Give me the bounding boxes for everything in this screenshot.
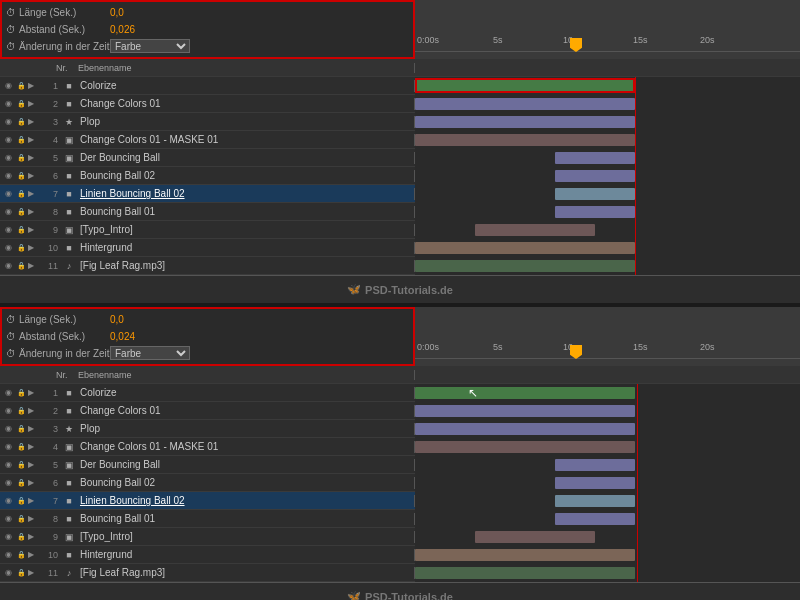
lock-icon[interactable]: 🔒: [15, 425, 27, 433]
red-line: [637, 564, 638, 582]
expand-icon[interactable]: ▶: [28, 496, 38, 505]
eye-icon[interactable]: ◉: [2, 135, 14, 144]
expand-icon[interactable]: ▶: [28, 568, 38, 577]
layer-row[interactable]: ◉🔒▶2■Change Colors 01: [0, 402, 800, 420]
lock-icon[interactable]: 🔒: [15, 136, 27, 144]
expand-icon[interactable]: ▶: [28, 261, 38, 270]
expand-icon[interactable]: ▶: [28, 189, 38, 198]
eye-icon[interactable]: ◉: [2, 117, 14, 126]
eye-icon[interactable]: ◉: [2, 442, 14, 451]
lock-icon[interactable]: 🔒: [15, 226, 27, 234]
layer-row[interactable]: ◉🔒▶6■Bouncing Ball 02: [0, 474, 800, 492]
expand-icon[interactable]: ▶: [28, 117, 38, 126]
expand-icon[interactable]: ▶: [28, 478, 38, 487]
expand-icon[interactable]: ▶: [28, 388, 38, 397]
layer-row[interactable]: ◉🔒▶4▣Change Colors 01 - MASKE 01: [0, 438, 800, 456]
eye-icon[interactable]: ◉: [2, 550, 14, 559]
lock-icon[interactable]: 🔒: [15, 479, 27, 487]
eye-icon[interactable]: ◉: [2, 189, 14, 198]
eye-icon[interactable]: ◉: [2, 460, 14, 469]
lock-icon[interactable]: 🔒: [15, 389, 27, 397]
layer-row[interactable]: ◉🔒▶7■Linien Bouncing Ball 02: [0, 492, 800, 510]
eye-icon[interactable]: ◉: [2, 406, 14, 415]
layer-row[interactable]: ◉🔒▶7■Linien Bouncing Ball 02: [0, 185, 800, 203]
lock-icon[interactable]: 🔒: [15, 497, 27, 505]
playhead-1[interactable]: [570, 38, 582, 52]
expand-icon[interactable]: ▶: [28, 81, 38, 90]
expand-icon[interactable]: ▶: [28, 225, 38, 234]
expand-icon[interactable]: ▶: [28, 442, 38, 451]
expand-icon[interactable]: ▶: [28, 424, 38, 433]
lock-icon[interactable]: 🔒: [15, 443, 27, 451]
lock-icon[interactable]: 🔒: [15, 533, 27, 541]
layer-row[interactable]: ◉🔒▶9▣[Typo_Intro]: [0, 528, 800, 546]
expand-icon[interactable]: ▶: [28, 207, 38, 216]
expand-icon[interactable]: ▶: [28, 514, 38, 523]
lock-icon[interactable]: 🔒: [15, 262, 27, 270]
layer-row[interactable]: ◉🔒▶10■Hintergrund: [0, 546, 800, 564]
farbe-select-1[interactable]: Farbe: [110, 39, 190, 53]
layer-row[interactable]: ◉🔒▶2■Change Colors 01: [0, 95, 800, 113]
expand-icon[interactable]: ▶: [28, 532, 38, 541]
eye-icon[interactable]: ◉: [2, 207, 14, 216]
layer-row[interactable]: ◉🔒▶3★Plop: [0, 113, 800, 131]
playhead-2[interactable]: [570, 345, 582, 359]
layer-row[interactable]: ◉🔒▶3★Plop: [0, 420, 800, 438]
layer-row[interactable]: ◉🔒▶1■Colorize: [0, 77, 800, 95]
lock-icon[interactable]: 🔒: [15, 551, 27, 559]
lock-icon[interactable]: 🔒: [15, 118, 27, 126]
expand-icon[interactable]: ▶: [28, 99, 38, 108]
layer-row[interactable]: ◉🔒▶8■Bouncing Ball 01: [0, 203, 800, 221]
lock-icon[interactable]: 🔒: [15, 244, 27, 252]
layer-row[interactable]: ◉🔒▶4▣Change Colors 01 - MASKE 01: [0, 131, 800, 149]
eye-icon[interactable]: ◉: [2, 99, 14, 108]
eye-icon[interactable]: ◉: [2, 424, 14, 433]
layer-row[interactable]: ◉🔒▶5▣Der Bouncing Ball: [0, 456, 800, 474]
layer-row[interactable]: ◉🔒▶11♪[Fig Leaf Rag.mp3]: [0, 564, 800, 582]
layer-row[interactable]: ◉🔒▶1■Colorize↖: [0, 384, 800, 402]
lock-icon[interactable]: 🔒: [15, 515, 27, 523]
expand-icon[interactable]: ▶: [28, 171, 38, 180]
layer-row[interactable]: ◉🔒▶8■Bouncing Ball 01: [0, 510, 800, 528]
eye-icon[interactable]: ◉: [2, 532, 14, 541]
lock-icon[interactable]: 🔒: [15, 100, 27, 108]
layer-row[interactable]: ◉🔒▶9▣[Typo_Intro]: [0, 221, 800, 239]
eye-icon[interactable]: ◉: [2, 496, 14, 505]
lock-icon[interactable]: 🔒: [15, 569, 27, 577]
layer-type-icon: ■: [62, 387, 76, 399]
lock-icon[interactable]: 🔒: [15, 82, 27, 90]
farbe-select-2[interactable]: Farbe: [110, 346, 190, 360]
eye-icon[interactable]: ◉: [2, 243, 14, 252]
layer-number: 9: [40, 532, 58, 542]
eye-icon[interactable]: ◉: [2, 81, 14, 90]
eye-icon[interactable]: ◉: [2, 225, 14, 234]
lock-icon[interactable]: 🔒: [15, 154, 27, 162]
layer-number: 2: [40, 99, 58, 109]
expand-icon[interactable]: ▶: [28, 406, 38, 415]
eye-icon[interactable]: ◉: [2, 388, 14, 397]
expand-icon[interactable]: ▶: [28, 153, 38, 162]
lock-icon[interactable]: 🔒: [15, 208, 27, 216]
expand-icon[interactable]: ▶: [28, 243, 38, 252]
eye-icon[interactable]: ◉: [2, 478, 14, 487]
layer-name: Hintergrund: [80, 242, 132, 253]
layer-row[interactable]: ◉🔒▶6■Bouncing Ball 02: [0, 167, 800, 185]
expand-icon[interactable]: ▶: [28, 135, 38, 144]
expand-icon[interactable]: ▶: [28, 460, 38, 469]
lock-icon[interactable]: 🔒: [15, 407, 27, 415]
eye-icon[interactable]: ◉: [2, 514, 14, 523]
lock-icon[interactable]: 🔒: [15, 172, 27, 180]
eye-icon[interactable]: ◉: [2, 153, 14, 162]
lock-icon[interactable]: 🔒: [15, 190, 27, 198]
eye-icon[interactable]: ◉: [2, 568, 14, 577]
layer-row[interactable]: ◉🔒▶5▣Der Bouncing Ball: [0, 149, 800, 167]
expand-icon[interactable]: ▶: [28, 550, 38, 559]
eye-icon[interactable]: ◉: [2, 171, 14, 180]
layer-type-icon: ■: [62, 206, 76, 218]
layer-row[interactable]: ◉🔒▶11♪[Fig Leaf Rag.mp3]: [0, 257, 800, 275]
layer-number: 6: [40, 171, 58, 181]
layer-row[interactable]: ◉🔒▶10■Hintergrund: [0, 239, 800, 257]
layer-type-icon: ★: [62, 423, 76, 435]
eye-icon[interactable]: ◉: [2, 261, 14, 270]
lock-icon[interactable]: 🔒: [15, 461, 27, 469]
